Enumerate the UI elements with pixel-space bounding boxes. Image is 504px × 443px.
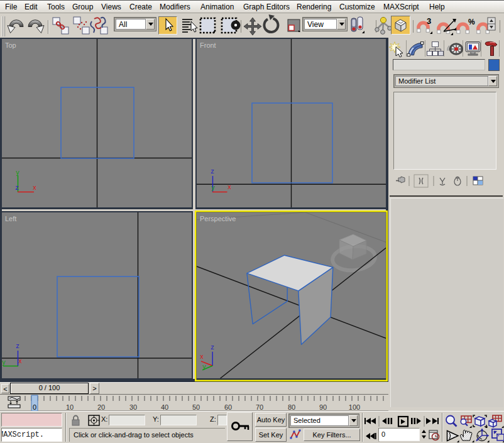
svg-text:Front: Front (200, 41, 216, 49)
svg-text:z: z (15, 185, 19, 192)
svg-text:90: 90 (319, 403, 327, 411)
svg-text:100: 100 (349, 403, 360, 411)
svg-text:60: 60 (224, 403, 232, 411)
svg-text:x: x (227, 184, 231, 191)
svg-text:y: y (211, 185, 215, 192)
svg-text:z: z (16, 343, 19, 350)
svg-text:Left: Left (5, 215, 16, 222)
svg-text:Top: Top (5, 41, 16, 49)
svg-text:50: 50 (192, 403, 200, 411)
svg-text:3: 3 (427, 16, 431, 26)
svg-text:x: x (200, 354, 204, 361)
svg-text:0: 0 (33, 403, 36, 411)
svg-text:40: 40 (161, 403, 168, 411)
svg-text:y: y (16, 170, 19, 177)
svg-text:%: % (468, 18, 475, 26)
svg-text:20: 20 (97, 403, 105, 411)
svg-text:30: 30 (129, 403, 137, 411)
svg-text:z: z (211, 344, 214, 351)
svg-text:z: z (211, 168, 214, 175)
svg-text:y: y (202, 364, 206, 371)
svg-text:x: x (33, 185, 36, 192)
svg-text:10: 10 (66, 403, 74, 411)
svg-text:y: y (2, 359, 6, 366)
svg-text:x: x (18, 358, 22, 365)
svg-text:Perspective: Perspective (200, 215, 236, 222)
svg-text:70: 70 (256, 403, 263, 411)
svg-text:80: 80 (288, 403, 295, 411)
